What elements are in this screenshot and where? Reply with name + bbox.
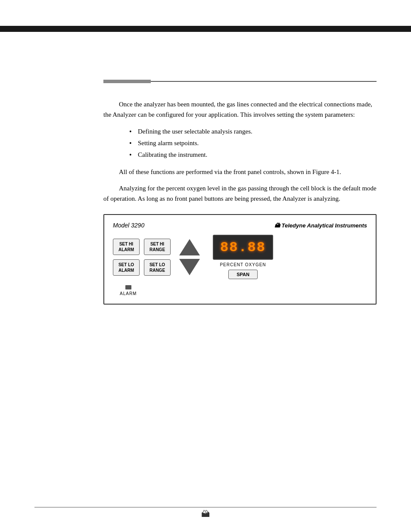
- brand-icon: 🏔: [274, 222, 280, 229]
- set-hi-alarm-button[interactable]: SET HIALARM: [113, 239, 140, 255]
- alarm-area: ALARM: [120, 285, 137, 296]
- bullet-item-2: Setting alarm setpoints.: [129, 137, 377, 149]
- intro-paragraph-1: Once the analyzer has been mounted, the …: [103, 99, 377, 120]
- span-button[interactable]: SPAN: [228, 270, 258, 279]
- intro-paragraph-3: Analyzing for the percent oxygen level i…: [103, 183, 377, 204]
- model-label: Model 3290: [113, 222, 144, 229]
- page-container: Once the analyzer has been mounted, the …: [0, 0, 411, 532]
- section-divider: [103, 80, 377, 83]
- arrows-section: [179, 239, 200, 275]
- top-bar: [0, 26, 411, 32]
- down-arrow-button[interactable]: [179, 259, 200, 275]
- set-hi-range-button[interactable]: SET HIRANGE: [144, 239, 171, 255]
- brand-label: 🏔 Teledyne Analytical Instruments: [274, 222, 367, 229]
- figure-controls-row: SET HIALARM SET LOALARM SET HIRANGE SET …: [113, 235, 367, 279]
- seven-seg-display: 88.88: [213, 235, 273, 260]
- display-digits: 88.88: [220, 240, 266, 255]
- set-lo-alarm-button[interactable]: SET LOALARM: [113, 259, 140, 276]
- main-content: Once the analyzer has been mounted, the …: [103, 99, 377, 305]
- bottom-footer: 🏔: [0, 507, 411, 519]
- divider-thin-line: [151, 81, 377, 82]
- bottom-section: ALARM: [113, 282, 367, 296]
- alarm-led: [125, 285, 131, 289]
- figure-header: Model 3290 🏔 Teledyne Analytical Instrum…: [113, 222, 367, 229]
- footer-brand-icon: 🏔: [201, 509, 210, 519]
- right-display-section: 88.88 PERCENT OXYGEN SPAN: [213, 235, 273, 279]
- up-arrow-button[interactable]: [179, 239, 200, 255]
- figure-panel: Model 3290 🏔 Teledyne Analytical Instrum…: [103, 214, 377, 305]
- bullet-item-1: Defining the user selectable analysis ra…: [129, 126, 377, 137]
- divider-gray-block: [103, 80, 151, 83]
- percent-oxygen-label: PERCENT OXYGEN: [220, 262, 266, 267]
- intro-paragraph-2: All of these functions are performed via…: [103, 167, 377, 177]
- range-buttons-column: SET HIRANGE SET LORANGE: [144, 239, 171, 276]
- left-buttons-section: SET HIALARM SET LOALARM SET HIRANGE SET …: [113, 239, 171, 276]
- alarm-buttons-column: SET HIALARM SET LOALARM: [113, 239, 140, 276]
- alarm-label: ALARM: [120, 291, 137, 296]
- set-lo-range-button[interactable]: SET LORANGE: [144, 259, 171, 276]
- bullet-list: Defining the user selectable analysis ra…: [129, 126, 377, 161]
- bullet-item-3: Calibrating the instrument.: [129, 149, 377, 161]
- footer-line: [34, 507, 377, 507]
